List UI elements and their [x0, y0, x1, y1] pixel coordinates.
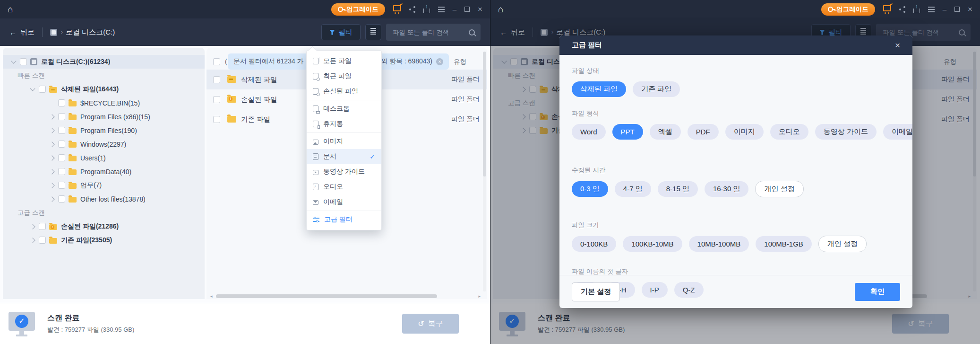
menu-item[interactable]: 이메일 — [307, 194, 381, 210]
chevron-right-icon[interactable] — [49, 196, 54, 202]
checkbox[interactable] — [213, 116, 220, 123]
chevron-right-icon[interactable] — [30, 224, 35, 229]
filter-pill[interactable]: 0-3 일 — [572, 181, 608, 197]
filter-pill[interactable]: 개인 설정 — [755, 181, 803, 197]
filter-pill[interactable]: 오디오 — [770, 124, 808, 140]
filter-pill[interactable]: 16-30 일 — [705, 181, 749, 197]
chevron-right-icon[interactable] — [49, 169, 54, 174]
checkbox[interactable] — [58, 99, 65, 106]
dialog-close-icon[interactable]: × — [895, 41, 900, 50]
menu-icon[interactable] — [438, 9, 445, 10]
menu-item[interactable]: 문서✓ — [307, 149, 381, 164]
checkbox[interactable] — [39, 237, 46, 244]
upgrade-button[interactable]: 업그레이드 — [821, 3, 875, 16]
filter-pill[interactable]: PPT — [612, 124, 643, 140]
minimize-button[interactable]: – — [943, 6, 946, 13]
chevron-down-icon[interactable] — [30, 86, 35, 91]
filter-pill[interactable]: 이미지 — [725, 124, 764, 140]
menu-item[interactable]: 이미지 — [307, 134, 381, 149]
checkbox[interactable] — [213, 76, 220, 83]
checkbox[interactable] — [58, 182, 65, 189]
default-settings-button[interactable]: 기본 설정 — [572, 282, 620, 301]
menu-item[interactable]: 데스크톱 — [307, 101, 381, 116]
tree-item[interactable]: 로컬 디스크(C:)(61234) — [3, 55, 205, 69]
horizontal-scrollbar[interactable]: ◂ ▸ — [210, 294, 481, 299]
share-icon[interactable] — [409, 9, 411, 10]
filter-pill[interactable]: 삭제된 파일 — [572, 81, 626, 97]
menu-item[interactable]: 오디오 — [307, 179, 381, 194]
filter-pill[interactable]: 동영상 가이드 — [815, 124, 877, 140]
maximize-button[interactable] — [464, 7, 470, 12]
checkbox[interactable] — [58, 127, 65, 134]
select-all-checkbox[interactable] — [213, 58, 220, 65]
checkbox[interactable] — [58, 154, 65, 161]
menu-icon[interactable] — [928, 9, 935, 10]
filter-pill[interactable]: 엑셀 — [650, 124, 681, 140]
checkbox[interactable] — [39, 223, 46, 230]
upgrade-button[interactable]: 업그레이드 — [331, 3, 385, 16]
chevron-right-icon[interactable] — [49, 114, 54, 119]
chevron-right-icon[interactable] — [49, 128, 54, 133]
menu-item[interactable]: 고급 필터 — [307, 212, 381, 227]
tree-item[interactable]: Windows(2297) — [3, 137, 205, 151]
home-icon[interactable]: ⌂ — [8, 5, 13, 14]
export-icon[interactable] — [913, 9, 920, 13]
checkbox[interactable] — [20, 58, 27, 65]
filter-pill[interactable]: 100KB-10MB — [623, 236, 682, 252]
filter-pill[interactable]: PDF — [688, 124, 719, 140]
chevron-right-icon[interactable] — [49, 155, 54, 160]
recover-button[interactable]: ↺ 복구 — [402, 314, 459, 334]
filter-pill[interactable]: 10MB-100MB — [689, 236, 749, 252]
chevron-right-icon[interactable] — [49, 141, 54, 147]
tree-item[interactable]: 손실된 파일(21286) — [3, 220, 205, 233]
tree-item[interactable]: Program Files (x86)(15) — [3, 110, 205, 123]
tree-item[interactable]: Users(1) — [3, 151, 205, 165]
filter-pill[interactable]: 이메일 — [883, 124, 912, 140]
checkbox[interactable] — [58, 113, 65, 120]
vertical-scrollbar[interactable] — [483, 52, 486, 291]
menu-item[interactable]: 휴지통 — [307, 116, 381, 132]
chevron-right-icon[interactable] — [30, 238, 35, 243]
tree-item[interactable]: Other lost files(13878) — [3, 192, 205, 206]
search-icon[interactable] — [469, 29, 475, 35]
checkbox[interactable] — [58, 168, 65, 175]
tree-item[interactable]: 기존 파일(23505) — [3, 233, 205, 247]
filter-pill[interactable]: 4-7 일 — [615, 181, 651, 197]
cart-icon[interactable] — [393, 5, 401, 11]
tree-item[interactable]: Program Files(190) — [3, 123, 205, 137]
home-icon[interactable]: ⌂ — [498, 5, 503, 14]
close-button[interactable]: × — [968, 5, 972, 13]
type-column-header[interactable]: 유형 — [454, 58, 466, 66]
filter-pill[interactable]: 0-100KB — [572, 236, 616, 252]
scrollbar-thumb[interactable] — [216, 294, 437, 298]
filter-button[interactable]: 필터 — [321, 24, 361, 40]
tree-item[interactable]: 업무(7) — [3, 178, 205, 192]
checkbox[interactable] — [58, 141, 65, 148]
tree-item[interactable]: $RECYCLE.BIN(15) — [3, 96, 205, 110]
menu-item[interactable]: 모든 파일 — [307, 53, 381, 69]
minimize-button[interactable]: – — [453, 6, 456, 13]
filter-pill[interactable]: 개인 설정 — [818, 236, 867, 252]
filter-pill[interactable]: Word — [572, 124, 606, 140]
cart-icon[interactable] — [883, 5, 891, 11]
filter-pill[interactable]: 8-15 일 — [658, 181, 698, 197]
banner-close-icon[interactable]: × — [436, 58, 443, 65]
ok-button[interactable]: 확인 — [855, 283, 900, 301]
close-button[interactable]: × — [478, 5, 482, 13]
chevron-right-icon[interactable] — [49, 183, 54, 188]
tree-item[interactable]: ProgramData(40) — [3, 165, 205, 178]
checkbox[interactable] — [58, 195, 65, 203]
menu-item[interactable]: 손실된 파일 — [307, 84, 381, 99]
search-input[interactable] — [392, 28, 465, 36]
maximize-button[interactable] — [954, 7, 960, 12]
menu-item[interactable]: 동영상 가이드 — [307, 164, 381, 179]
scroll-right-arrow[interactable]: ▸ — [478, 294, 481, 299]
menu-item[interactable]: 최근 파일 — [307, 69, 381, 84]
checkbox[interactable] — [213, 96, 220, 103]
export-icon[interactable] — [423, 9, 430, 13]
chevron-down-icon[interactable] — [11, 58, 16, 63]
view-list-button[interactable] — [365, 24, 381, 40]
back-button[interactable]: ← 뒤로 — [9, 28, 34, 37]
tree-item[interactable]: 삭제된 파일(16443) — [3, 82, 205, 96]
filter-pill[interactable]: 기존 파일 — [633, 81, 680, 97]
